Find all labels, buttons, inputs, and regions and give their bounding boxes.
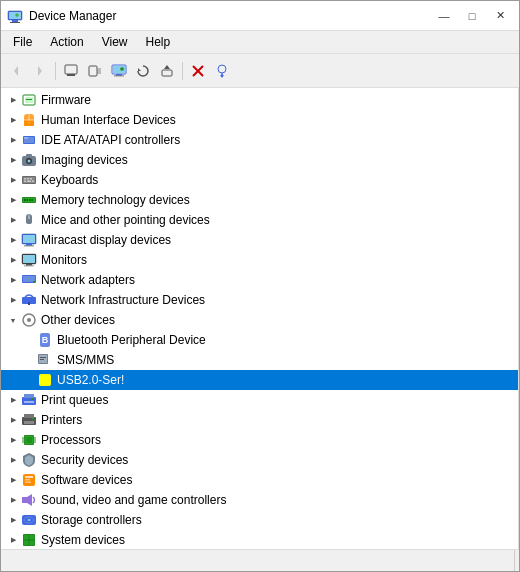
tree-item-usb2ser[interactable]: !USB2.0-Ser! [1, 370, 518, 390]
menu-help[interactable]: Help [138, 33, 179, 51]
menu-view[interactable]: View [94, 33, 136, 51]
svg-rect-52 [29, 199, 31, 201]
tree-item-printq[interactable]: Print queues [1, 390, 518, 410]
svg-rect-59 [23, 235, 35, 243]
svg-rect-18 [162, 70, 172, 76]
scan-hardware-button[interactable] [211, 60, 233, 82]
svg-marker-7 [38, 66, 42, 76]
expand-monitors[interactable] [5, 252, 21, 268]
expand-storage[interactable] [5, 512, 21, 528]
svg-rect-100 [25, 479, 30, 481]
svg-rect-102 [22, 497, 27, 503]
update-driver-button[interactable] [156, 60, 178, 82]
properties-button[interactable] [60, 60, 82, 82]
tree-item-printers[interactable]: Printers [1, 410, 518, 430]
forward-button[interactable] [29, 60, 51, 82]
menu-action[interactable]: Action [42, 33, 91, 51]
tree-item-firmware[interactable]: Firmware [1, 90, 518, 110]
tree-item-hid[interactable]: Human Interface Devices [1, 110, 518, 130]
svg-point-16 [120, 67, 124, 71]
expand-sound[interactable] [5, 492, 21, 508]
svg-rect-1 [12, 20, 18, 22]
expand-security[interactable] [5, 452, 21, 468]
svg-rect-68 [33, 281, 35, 283]
expand-firmware[interactable] [5, 92, 21, 108]
svg-point-106 [28, 519, 31, 521]
svg-rect-15 [114, 75, 124, 76]
tree-label-mice: Mice and other pointing devices [41, 213, 516, 227]
expand-system[interactable] [5, 532, 21, 548]
other-icon [21, 312, 37, 328]
expand-network[interactable] [5, 272, 21, 288]
expand-infra[interactable] [5, 292, 21, 308]
device-tree[interactable]: FirmwareHuman Interface DevicesIDE ATA/A… [1, 88, 519, 549]
tree-item-sound[interactable]: Sound, video and game controllers [1, 490, 518, 510]
expand-printq[interactable] [5, 392, 21, 408]
expand-imaging[interactable] [5, 152, 21, 168]
tree-label-firmware: Firmware [41, 93, 516, 107]
tree-item-security[interactable]: Security devices [1, 450, 518, 470]
tree-item-miracast[interactable]: Miracast display devices [1, 230, 518, 250]
tree-label-usb2ser: USB2.0-Ser! [57, 373, 516, 387]
tree-item-monitors[interactable]: Monitors [1, 250, 518, 270]
tree-item-system[interactable]: System devices [1, 530, 518, 549]
svg-rect-64 [26, 264, 32, 266]
uninstall-button[interactable] [187, 60, 209, 82]
tree-item-infra[interactable]: Network Infrastructure Devices [1, 290, 518, 310]
svg-marker-19 [164, 65, 170, 69]
sep-2 [182, 62, 183, 80]
expand-mice[interactable] [5, 212, 21, 228]
expand-hid[interactable] [5, 112, 21, 128]
expand-miracast[interactable] [5, 232, 21, 248]
tree-item-bt[interactable]: BBluetooth Peripheral Device [1, 330, 518, 350]
svg-marker-24 [220, 75, 224, 78]
svg-rect-46 [27, 181, 31, 183]
mouse-icon [21, 212, 37, 228]
status-panel-1 [5, 550, 515, 571]
expand-other[interactable] [5, 312, 21, 328]
storage-icon [21, 512, 37, 528]
tree-label-imaging: Imaging devices [41, 153, 516, 167]
monitor-button[interactable] [108, 60, 130, 82]
show-hidden-button[interactable] [84, 60, 106, 82]
expand-processors[interactable] [5, 432, 21, 448]
svg-rect-8 [65, 65, 77, 74]
back-button[interactable] [5, 60, 27, 82]
maximize-button[interactable]: □ [459, 6, 485, 26]
svg-rect-57 [28, 216, 30, 219]
tree-item-processors[interactable]: Processors [1, 430, 518, 450]
svg-rect-99 [25, 476, 33, 478]
tree-item-ide[interactable]: IDE ATA/ATAPI controllers [1, 130, 518, 150]
title-buttons: — □ ✕ [431, 6, 513, 26]
tree-item-sms[interactable]: SMS/MMS [1, 350, 518, 370]
tree-item-imaging[interactable]: Imaging devices [1, 150, 518, 170]
svg-rect-30 [30, 120, 35, 126]
refresh-button[interactable] [132, 60, 154, 82]
svg-rect-83 [24, 401, 34, 403]
toolbar [1, 54, 519, 88]
tree-label-printers: Printers [41, 413, 516, 427]
printer-icon [21, 412, 37, 428]
tree-item-keyboards[interactable]: Keyboards [1, 170, 518, 190]
tree-item-memory[interactable]: Memory technology devices [1, 190, 518, 210]
svg-rect-11 [97, 68, 101, 74]
expand-memory[interactable] [5, 192, 21, 208]
tree-label-network: Network adapters [41, 273, 516, 287]
tree-label-software: Software devices [41, 473, 516, 487]
tree-item-software[interactable]: Software devices [1, 470, 518, 490]
svg-point-72 [27, 318, 31, 322]
close-button[interactable]: ✕ [487, 6, 513, 26]
tree-item-storage[interactable]: Storage controllers [1, 510, 518, 530]
minimize-button[interactable]: — [431, 6, 457, 26]
expand-printers[interactable] [5, 412, 21, 428]
display-icon [21, 232, 37, 248]
expand-keyboards[interactable] [5, 172, 21, 188]
svg-rect-77 [40, 357, 46, 358]
tree-item-mice[interactable]: Mice and other pointing devices [1, 210, 518, 230]
expand-ide[interactable] [5, 132, 21, 148]
tree-item-other[interactable]: Other devices [1, 310, 518, 330]
expand-software[interactable] [5, 472, 21, 488]
tree-item-network[interactable]: Network adapters [1, 270, 518, 290]
menu-bar: File Action View Help [1, 31, 519, 54]
menu-file[interactable]: File [5, 33, 40, 51]
